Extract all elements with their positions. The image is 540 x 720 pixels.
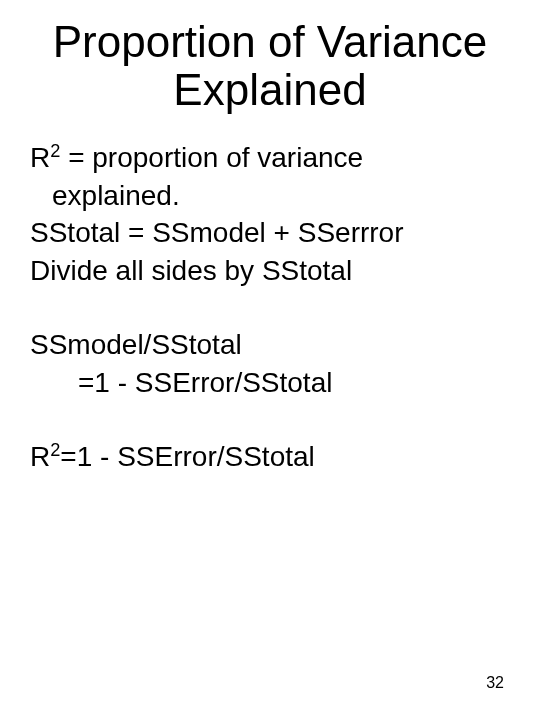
- ratio-line-1: SSmodel/SStotal: [30, 326, 510, 364]
- definition-line-1: R2 = proportion of variance: [30, 139, 510, 177]
- slide: Proportion of Variance Explained R2 = pr…: [0, 0, 540, 720]
- final-equation: R2=1 - SSError/SStotal: [30, 438, 510, 476]
- ratio-line-2: =1 - SSError/SStotal: [30, 364, 510, 402]
- slide-body: R2 = proportion of variance explained. S…: [30, 139, 510, 476]
- page-number: 32: [486, 674, 504, 692]
- definition-line-2: explained.: [30, 177, 510, 215]
- title-line-2: Explained: [173, 65, 366, 114]
- title-line-1: Proportion of Variance: [53, 17, 488, 66]
- r-exponent-final: 2: [50, 439, 60, 459]
- sstotal-equation: SStotal = SSmodel + SSerrror: [30, 214, 510, 252]
- final-equation-text: =1 - SSError/SStotal: [60, 441, 314, 472]
- r-symbol-final: R: [30, 441, 50, 472]
- divide-instruction: Divide all sides by SStotal: [30, 252, 510, 290]
- spacer-1: [30, 290, 510, 326]
- spacer-2: [30, 402, 510, 438]
- definition-text: = proportion of variance: [60, 142, 363, 173]
- slide-title: Proportion of Variance Explained: [30, 18, 510, 115]
- r-symbol: R: [30, 142, 50, 173]
- r-exponent: 2: [50, 140, 60, 160]
